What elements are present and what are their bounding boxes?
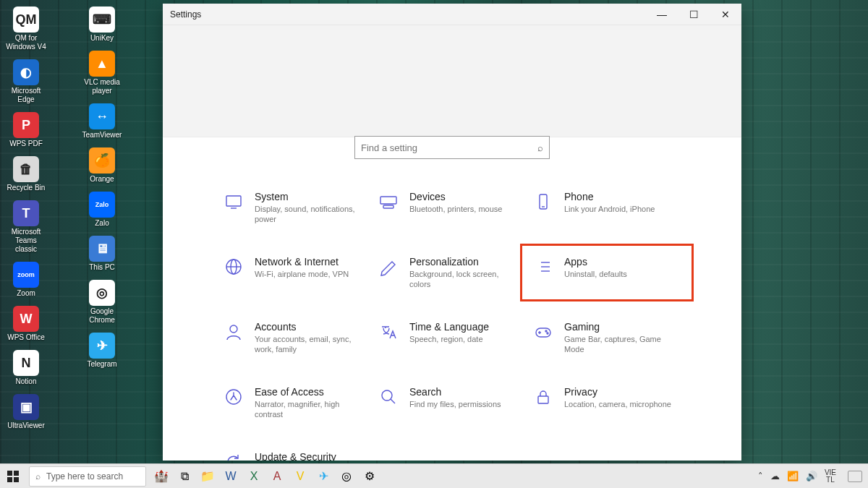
sync-icon	[223, 451, 244, 461]
desktop-icon[interactable]: ◐Microsoft Edge	[3, 59, 49, 104]
taskbar-app-chrome[interactable]: ◎	[336, 466, 357, 487]
taskbar-app-explorer[interactable]: 📁	[197, 466, 218, 487]
taskbar-app-excel[interactable]: X	[243, 466, 265, 487]
desktop-icon[interactable]: WWPS Office	[3, 306, 49, 342]
desktop-icon[interactable]: ZaloZalo	[79, 192, 125, 228]
maximize-button[interactable]: ☐	[678, 4, 710, 25]
taskview-button[interactable]: ⧉	[174, 466, 195, 487]
desktop-icon-label: VLC media player	[80, 78, 124, 95]
desktop-icon[interactable]: 🖥This PC	[79, 236, 125, 272]
svg-rect-2	[380, 197, 396, 204]
taskbar-app-word[interactable]: W	[220, 466, 242, 487]
taskbar-app-castle[interactable]: 🏰	[150, 466, 172, 487]
desktop-icon[interactable]: ▲VLC media player	[79, 51, 125, 95]
desktop-icon[interactable]: NNotion	[3, 350, 49, 386]
settings-category-search[interactable]: SearchFind my files, permissions	[376, 385, 528, 421]
category-description: Game Bar, captures, Game Mode	[564, 334, 673, 354]
settings-category-network-internet[interactable]: Network & InternetWi-Fi, airplane mode, …	[221, 254, 373, 291]
app-icon: ◎	[89, 280, 115, 306]
settings-category-apps[interactable]: AppsUninstall, defaults	[531, 254, 683, 291]
window-titlebar: Settings — ☐ ✕	[163, 4, 741, 25]
taskbar-search[interactable]: ⌕ Type here to search	[29, 466, 146, 487]
app-icon: ▲	[89, 51, 115, 77]
app-icon: T	[13, 200, 39, 226]
desktop-icon[interactable]: ✈Telegram	[79, 333, 125, 369]
settings-search-box[interactable]: ⌕	[354, 136, 550, 159]
settings-category-update-security[interactable]: Update & SecurityWindows Update, recover…	[221, 450, 373, 461]
settings-category-grid: SystemDisplay, sound, notifications, pow…	[163, 189, 741, 461]
category-description: Link your Android, iPhone	[564, 204, 655, 214]
settings-category-privacy[interactable]: PrivacyLocation, camera, microphone	[531, 385, 683, 421]
desktop-icon[interactable]: 🗑Recycle Bin	[3, 156, 49, 192]
svg-rect-25	[7, 471, 12, 476]
app-icon: ⌨	[89, 7, 115, 33]
desktop-icon[interactable]: PWPS PDF	[3, 112, 49, 148]
category-description: Bluetooth, printers, mouse	[409, 204, 502, 214]
app-icon: W	[13, 306, 39, 332]
svg-rect-28	[14, 477, 19, 482]
desktop-icon[interactable]: QMQM for Windows V4	[3, 7, 49, 51]
taskbar-search-placeholder: Type here to search	[46, 471, 123, 481]
desktop-icon-label: This PC	[89, 263, 115, 272]
settings-category-personalization[interactable]: PersonalizationBackground, lock screen, …	[376, 254, 528, 291]
desktop-icon-label: Google Chrome	[80, 307, 124, 325]
category-description: Narrator, magnifier, high contrast	[255, 399, 363, 419]
search-icon: ⌕	[537, 142, 543, 153]
desktop-icon-label: Zoom	[17, 289, 35, 298]
user-icon	[223, 321, 244, 343]
taskbar-app-telegram[interactable]: ✈	[312, 466, 334, 487]
tray-chevron-icon[interactable]: ˄	[758, 471, 763, 481]
taskbar-app-settings[interactable]: ⚙	[359, 466, 380, 487]
settings-category-system[interactable]: SystemDisplay, sound, notifications, pow…	[221, 189, 373, 226]
tray-wifi-icon[interactable]: 📶	[787, 471, 799, 481]
taskbar-app-access[interactable]: A	[266, 466, 288, 487]
settings-category-devices[interactable]: DevicesBluetooth, printers, mouse	[376, 189, 528, 226]
app-icon: ◐	[13, 59, 39, 85]
category-title: Network & Internet	[255, 256, 349, 267]
taskbar-app-v[interactable]: V	[289, 466, 311, 487]
settings-search-input[interactable]	[361, 142, 537, 153]
desktop-icon[interactable]: ↔TeamViewer	[79, 103, 125, 140]
tray-volume-icon[interactable]: 🔊	[806, 471, 817, 481]
tray-notifications-button[interactable]	[848, 471, 862, 482]
desktop-icon-label: WPS PDF	[9, 140, 43, 148]
settings-category-phone[interactable]: PhoneLink your Android, iPhone	[531, 189, 683, 226]
desktop-icon-label: Notion	[16, 377, 37, 386]
lock-icon	[532, 386, 554, 408]
desktop-icon[interactable]: ◎Google Chrome	[79, 280, 125, 325]
start-button[interactable]	[0, 464, 26, 489]
desktop-icon[interactable]: ▣UltraViewer	[3, 394, 49, 430]
settings-body: ⌕ SystemDisplay, sound, notifications, p…	[163, 25, 741, 461]
desktop-icon[interactable]: 🍊Orange	[79, 147, 125, 184]
app-icon: 🍊	[89, 147, 115, 174]
desktop-icon-label: QM for Windows V4	[4, 34, 48, 51]
app-icon: P	[13, 112, 39, 138]
app-icon: ✈	[89, 333, 115, 359]
category-title: Apps	[564, 256, 627, 267]
app-icon: 🖥	[89, 236, 115, 262]
svg-point-20	[547, 333, 548, 334]
close-button[interactable]: ✕	[710, 4, 741, 25]
desktop-icon-label: UltraViewer	[7, 421, 45, 430]
settings-category-time-language[interactable]: Time & LanguageSpeech, region, date	[376, 320, 528, 356]
settings-category-ease-of-access[interactable]: Ease of AccessNarrator, magnifier, high …	[221, 385, 373, 421]
category-description: Find my files, permissions	[409, 399, 501, 409]
settings-category-accounts[interactable]: AccountsYour accounts, email, sync, work…	[221, 320, 373, 356]
desktop-icon-label: UniKey	[90, 34, 114, 43]
category-title: Privacy	[564, 386, 671, 398]
category-title: Time & Language	[409, 321, 489, 333]
desktop-icons-area: QMQM for Windows V4◐Microsoft EdgePWPS P…	[3, 4, 155, 453]
globe-icon	[223, 256, 244, 278]
minimize-button[interactable]: —	[646, 4, 678, 25]
tray-onedrive-icon[interactable]: ☁	[770, 471, 780, 481]
category-title: Gaming	[564, 321, 673, 333]
category-title: Personalization	[409, 256, 518, 267]
settings-category-gaming[interactable]: GamingGame Bar, captures, Game Mode	[531, 320, 683, 356]
desktop-icon[interactable]: TMicrosoft Teams classic	[3, 200, 49, 254]
svg-point-22	[382, 390, 392, 401]
app-icon: Zalo	[89, 192, 115, 218]
desktop-icon[interactable]: zoomZoom	[3, 262, 49, 298]
desktop-icon[interactable]: ⌨UniKey	[79, 7, 125, 43]
desktop-icon-label: Microsoft Edge	[4, 87, 48, 104]
tray-language-indicator[interactable]: VIE TL	[825, 469, 836, 484]
